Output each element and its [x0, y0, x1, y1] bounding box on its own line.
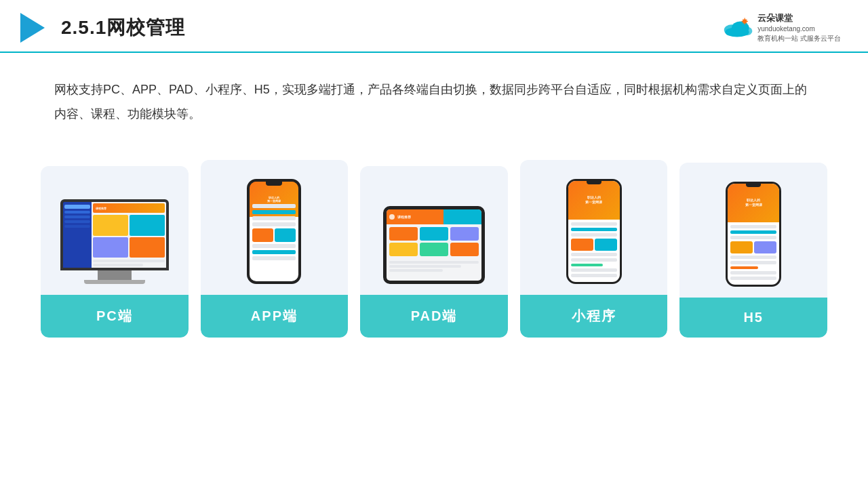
cards-container: 课程推荐	[0, 146, 868, 365]
miniapp-image-area: 职达人的第一堂网课	[520, 160, 668, 295]
miniapp-screen: 职达人的第一堂网课	[568, 181, 620, 282]
miniapp-label: 小程序	[520, 295, 668, 338]
logo-cloud-icon	[721, 16, 753, 40]
card-h5: 职达人的第一堂网课	[679, 163, 827, 338]
miniapp-frame: 职达人的第一堂网课	[566, 179, 622, 284]
pad-top-bar: 课程推荐	[387, 209, 481, 224]
card-pc: 课程推荐	[41, 166, 189, 338]
h5-frame: 职达人的第一堂网课	[726, 182, 781, 287]
logo-area: 云朵课堂 yunduoketang.com 教育机构一站 式服务云平台	[721, 12, 841, 43]
miniapp-banner: 职达人的第一堂网课	[568, 181, 620, 220]
page-title: 2.5.1网校管理	[61, 15, 185, 41]
app-phone-frame: 职达人的第一堂网课	[247, 179, 301, 284]
card-pad: 课程推荐	[360, 166, 508, 338]
miniapp-content	[568, 220, 620, 280]
logo-text: 云朵课堂 yunduoketang.com 教育机构一站 式服务云平台	[757, 12, 841, 43]
h5-image-area: 职达人的第一堂网课	[679, 163, 827, 298]
pad-grid	[387, 224, 481, 259]
app-phone-screen: 职达人的第一堂网课	[250, 182, 298, 281]
pad-label: PAD端	[360, 295, 508, 338]
pc-stand	[98, 270, 132, 280]
miniapp-notch	[587, 181, 601, 184]
app-label: APP端	[201, 295, 349, 338]
description-text: 网校支持PC、APP、PAD、小程序、H5，实现多端打通，产品各终端自由切换，数…	[0, 53, 868, 140]
pc-base	[84, 280, 145, 284]
pc-label: PC端	[41, 295, 189, 338]
app-phone-mockup: 职达人的第一堂网课	[247, 179, 301, 284]
h5-content	[728, 222, 779, 283]
header: 2.5.1网校管理 云朵课堂 yunduoketang.com 教育机构一站 式…	[0, 0, 868, 53]
pad-tablet-frame: 课程推荐	[383, 206, 485, 284]
pc-monitor: 课程推荐	[60, 199, 169, 270]
pad-tablet-screen: 课程推荐	[387, 209, 481, 281]
pc-mockup: 课程推荐	[60, 199, 169, 284]
header-left: 2.5.1网校管理	[20, 13, 185, 43]
pc-image-area: 课程推荐	[41, 166, 189, 295]
card-miniapp: 职达人的第一堂网课	[520, 160, 668, 338]
card-app: 职达人的第一堂网课	[201, 160, 349, 338]
h5-banner: 职达人的第一堂网课	[728, 184, 779, 222]
app-screen-content	[252, 204, 296, 260]
phone-notch	[266, 182, 282, 186]
svg-point-3	[726, 27, 749, 37]
app-image-area: 职达人的第一堂网课	[201, 160, 349, 295]
h5-screen: 职达人的第一堂网课	[728, 184, 779, 285]
h5-label: H5	[679, 298, 827, 338]
pad-image-area: 课程推荐	[360, 166, 508, 295]
h5-notch	[746, 184, 761, 187]
play-icon	[20, 13, 45, 43]
